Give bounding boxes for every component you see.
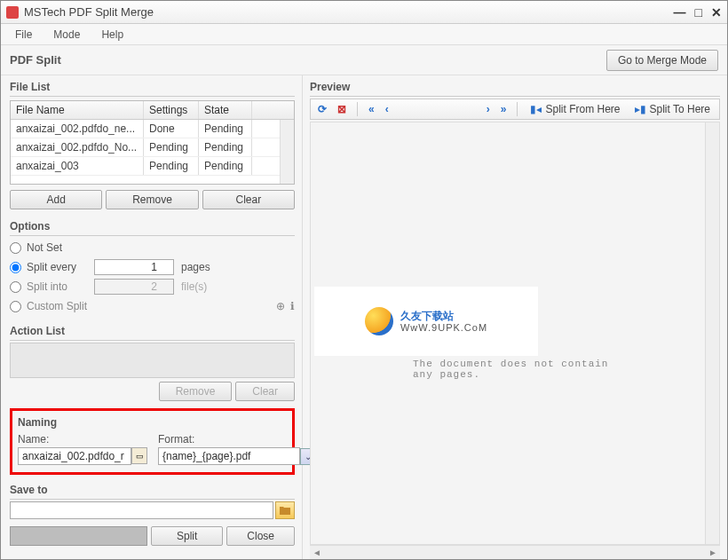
naming-label: Naming [18, 414, 287, 431]
options-label: Options [10, 218, 295, 236]
maximize-button[interactable]: □ [695, 5, 702, 20]
format-input[interactable] [158, 447, 300, 465]
first-page-icon[interactable]: « [365, 103, 378, 115]
go-to-merge-button[interactable]: Go to Merge Mode [606, 50, 718, 71]
watermark-logo: 久友下载站 WwW.9UPK.CoM [314, 287, 538, 356]
preview-empty-message: The document does not contain any pages. [413, 359, 617, 380]
save-to-label: Save to [10, 482, 295, 500]
table-row[interactable]: anxaizai_003 Pending Pending [11, 157, 294, 176]
progress-bar [10, 526, 147, 546]
preview-label: Preview [310, 79, 720, 97]
split-button[interactable]: Split [151, 526, 223, 546]
clear-button[interactable]: Clear [202, 190, 295, 209]
radio-not-set[interactable] [10, 242, 21, 254]
menu-help[interactable]: Help [92, 27, 132, 43]
col-state[interactable]: State [199, 101, 252, 119]
name-picker-icon[interactable]: ▭ [131, 447, 147, 464]
radio-split-every[interactable] [10, 262, 21, 273]
preview-vscrollbar[interactable] [705, 122, 719, 544]
preview-toolbar: ⟳ ⊠ « ‹ › » ▮◂Split From Here ▸▮Split To… [310, 99, 720, 120]
col-settings[interactable]: Settings [144, 101, 199, 119]
name-input[interactable] [18, 447, 131, 465]
table-row[interactable]: anxaizai_002.pdfdo_No... Pending Pending [11, 138, 294, 157]
folder-icon[interactable] [275, 501, 295, 519]
action-list-label: Action List [10, 323, 295, 341]
preview-canvas: 久友下载站 WwW.9UPK.CoM The document does not… [310, 122, 720, 545]
close-button[interactable]: ✕ [711, 5, 722, 20]
menu-bar: File Mode Help [1, 24, 727, 45]
split-into-unit: file(s) [181, 280, 207, 293]
split-every-label: Split every [27, 261, 91, 273]
naming-section: Naming Name: ▭ Format: ⌄ [10, 408, 295, 475]
window-title: MSTech PDF Split Merge [24, 5, 674, 19]
section-title: PDF Split [10, 53, 61, 67]
table-row[interactable]: anxaizai_002.pdfdo_ne... Done Pending [11, 120, 294, 138]
plus-icon[interactable]: ⊕ [276, 300, 285, 312]
add-button[interactable]: Add [10, 190, 102, 209]
file-list-table: File Name Settings State anxaizai_002.pd… [10, 100, 295, 185]
split-every-value[interactable]: 1 [94, 259, 174, 275]
split-into-label: Split into [27, 280, 91, 293]
split-into-value: 2 [94, 279, 174, 295]
refresh-icon[interactable]: ⟳ [314, 103, 330, 115]
minimize-button[interactable]: — [674, 5, 686, 20]
col-file-name[interactable]: File Name [11, 101, 144, 119]
split-from-here-button[interactable]: ▮◂Split From Here [525, 103, 625, 115]
action-clear-button[interactable]: Clear [235, 382, 295, 401]
prev-page-icon[interactable]: ‹ [382, 103, 392, 115]
close-app-button[interactable]: Close [226, 526, 295, 546]
preview-hscrollbar[interactable]: ◄ ► [310, 545, 720, 559]
next-page-icon[interactable]: › [483, 103, 494, 115]
last-page-icon[interactable]: » [497, 103, 510, 115]
action-list-box [10, 343, 295, 378]
split-every-unit: pages [181, 261, 210, 273]
radio-custom-split[interactable] [10, 301, 21, 312]
custom-split-label: Custom Split [27, 300, 87, 312]
app-icon [6, 6, 19, 19]
section-header: PDF Split Go to Merge Mode [1, 45, 727, 75]
format-label: Format: [158, 433, 316, 446]
title-bar: MSTech PDF Split Merge — □ ✕ [1, 1, 727, 24]
info-icon[interactable]: ℹ [290, 300, 295, 312]
action-remove-button[interactable]: Remove [159, 382, 233, 401]
save-to-input[interactable] [10, 501, 273, 519]
stop-icon[interactable]: ⊠ [334, 103, 350, 115]
split-to-here-button[interactable]: ▸▮Split To Here [629, 103, 716, 115]
menu-mode[interactable]: Mode [44, 27, 89, 43]
name-label: Name: [18, 433, 151, 446]
not-set-label: Not Set [27, 241, 62, 254]
radio-split-into[interactable] [10, 281, 21, 293]
file-list-label: File List [10, 79, 295, 97]
remove-button[interactable]: Remove [106, 190, 198, 209]
file-list-scrollbar[interactable] [280, 120, 294, 184]
menu-file[interactable]: File [6, 27, 41, 43]
